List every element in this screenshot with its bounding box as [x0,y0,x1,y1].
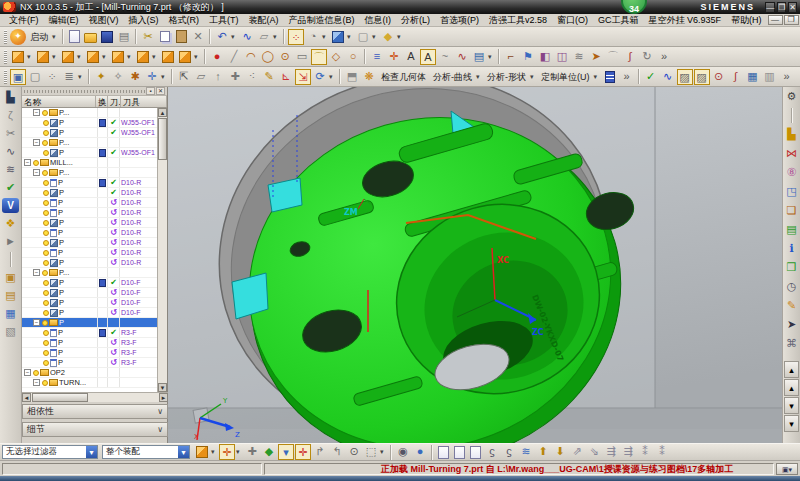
measure-icon[interactable]: ⌐ [503,49,519,65]
sheet-body-icon-dropdown[interactable]: ▾ [372,29,379,45]
visibility-bulb-icon[interactable] [43,250,49,256]
move-down-icon[interactable]: ⬇ [552,444,568,460]
child-restore-button[interactable]: ❐ [784,15,799,25]
select-filter-icon[interactable]: ▣ [10,69,26,85]
layer-z1-icon[interactable]: ≋ [518,444,534,460]
spline-curve-icon[interactable]: ∿ [660,69,676,85]
visibility-bulb-icon[interactable] [42,170,48,176]
line-icon[interactable]: ╱ [226,49,242,65]
chevron-down-icon[interactable]: ∨ [157,425,163,434]
menu-item-7[interactable]: 产品制造信息(B) [284,14,360,27]
window-restore-button[interactable]: ❐ [777,2,786,13]
resource-scroll-top-button[interactable]: ▴ [784,361,799,378]
axes-icon[interactable]: ⊾ [278,69,294,85]
column-header-tool[interactable]: 刀具 [121,96,167,107]
save-icon[interactable] [101,31,113,43]
tree-expander-icon[interactable]: − [33,269,40,276]
paste-icon[interactable] [176,30,187,43]
chevron-down-icon[interactable]: ∨ [157,407,163,416]
visibility-bulb-icon[interactable] [43,130,49,136]
visibility-bulb-icon[interactable] [43,230,49,236]
scroll-up-button[interactable]: ▲ [158,108,167,117]
visibility-bulb-icon[interactable] [43,240,49,246]
rotate-view-icon-dropdown[interactable]: ▾ [329,69,336,85]
arc-icon[interactable]: ◠ [243,49,259,65]
part-navigator-icon[interactable]: ⑧ [783,165,800,180]
window-close-button[interactable]: ✕ [788,2,797,13]
tree-row-operation-8[interactable]: P✔D10-R [22,188,157,198]
palettes-icon[interactable]: ▤ [783,222,800,237]
eye-icon[interactable]: ◉ [395,444,411,460]
shell-feature-icon-dropdown[interactable]: ▾ [194,49,201,65]
visibility-bulb-icon[interactable] [43,280,49,286]
hd3d-tools-icon[interactable]: ❏ [783,203,800,218]
visibility-bulb-icon[interactable] [43,330,49,336]
tree-row-group-0[interactable]: −P... [22,108,157,118]
spline-icon[interactable]: ~ [437,49,453,65]
tree-row-operation-19[interactable]: P↺D10-F [22,298,157,308]
tree-expander-icon[interactable]: − [24,159,31,166]
details-section[interactable]: 细节 ∨ [22,422,168,437]
tree-row-group-16[interactable]: −P... [22,268,157,278]
visibility-bulb-icon[interactable] [43,220,49,226]
assembly-navigator-icon[interactable]: ▙ [783,127,800,142]
view-points-icon[interactable]: ⁖ [244,69,260,85]
hatch-b-icon[interactable]: ▨ [694,69,710,85]
sketch-s2-icon[interactable]: ϛ [501,444,517,460]
toolbar-grip[interactable] [4,50,7,64]
visibility-bulb-icon[interactable] [43,200,49,206]
view-arrow-icon[interactable]: ⇱ [176,69,192,85]
visibility-bulb-icon[interactable] [42,140,48,146]
custom-units-button[interactable]: 定制单位(U) [538,69,593,85]
probe-tool-icon[interactable]: ► [2,234,19,249]
text-icon[interactable]: A [403,49,419,65]
menu-item-4[interactable]: 格式(R) [164,14,205,27]
status-options-button[interactable]: ▣▾ [776,463,798,475]
tree-row-group-27[interactable]: −TURN... [22,378,157,388]
visibility-bulb-icon[interactable] [43,210,49,216]
tree-row-operation-11[interactable]: P↺D10-R [22,218,157,228]
dist-a-icon[interactable]: ⇶ [603,444,619,460]
tree-row-group-6[interactable]: −P... [22,168,157,178]
orient-view-icon[interactable]: ⇲ [295,69,311,85]
tree-row-operation-15[interactable]: P↺D10-R [22,258,157,268]
analyze-shape-button[interactable]: 分析-形状 [484,69,529,85]
combo-dropdown-icon[interactable]: ▼ [86,446,97,458]
tree-row-operation-23[interactable]: P↺R3-F [22,338,157,348]
pocket-feature-icon-dropdown[interactable]: ▾ [152,49,159,65]
cylinder-feature-icon[interactable] [37,51,49,63]
view-up-icon[interactable]: ↑ [210,69,226,85]
tree-row-operation-2[interactable]: P✔WJ55-OF1 [22,128,157,138]
child-minimize-button[interactable]: — [768,15,783,25]
tree-row-group-5[interactable]: −MILL... [22,158,157,168]
pocket-feature-icon[interactable] [137,51,149,63]
display-mode-icon[interactable]: ▧ [2,324,19,339]
visibility-bulb-icon[interactable] [43,360,49,366]
snap-settings-icon-dropdown[interactable]: ▾ [211,444,218,460]
resource-scroll-down-button[interactable]: ▾ [784,397,799,414]
robot-icon[interactable]: ⌘ [783,336,800,351]
mirror-icon[interactable]: ◫ [554,49,570,65]
flag-icon[interactable]: ⚑ [520,49,536,65]
history-clock-icon[interactable]: ◷ [783,279,800,294]
split-body-icon[interactable]: ◧ [537,49,553,65]
tree-row-operation-10[interactable]: P↺D10-R [22,208,157,218]
start-icon[interactable]: ✦ [10,29,26,45]
point-icon[interactable]: ● [209,49,225,65]
selection-scope-combo[interactable]: 整个装配 ▼ [102,445,190,459]
resource-scroll-up-button[interactable]: ▴ [784,379,799,396]
column-header-path[interactable]: 刀. [108,96,121,107]
select-chain-icon-dropdown[interactable]: ▾ [78,69,85,85]
simulate-icon[interactable]: ζ [2,108,19,123]
tree-row-operation-9[interactable]: P↺D10-R [22,198,157,208]
snap-plus-icon[interactable]: ✛ [219,444,235,460]
tree-vertical-scrollbar[interactable]: ▲ ▼ [157,108,167,392]
tree-row-group-26[interactable]: −OP2 [22,368,157,378]
constraint-navigator-icon[interactable]: ⋈ [783,146,800,161]
helix-icon[interactable]: ↻ [639,49,655,65]
polygon-icon[interactable]: ◇ [328,49,344,65]
extrude-icon-dropdown[interactable]: ▾ [397,29,404,45]
bounded-box-icon[interactable]: ⬚ [363,444,379,460]
graphics-viewport[interactable]: DW-02-YKXD-07 XC ZC ZM X Y Z [168,87,782,443]
select-chain-icon[interactable]: ≣ [61,69,77,85]
